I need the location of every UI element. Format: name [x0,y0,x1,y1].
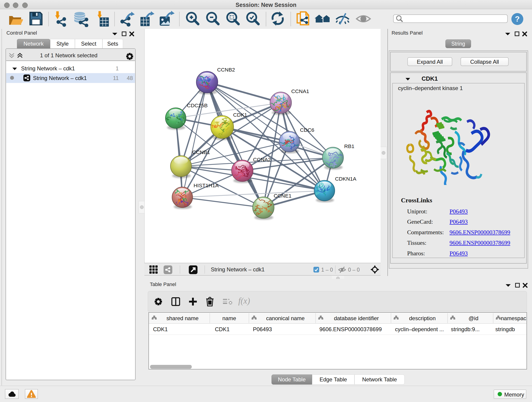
svg-text:CCNB2: CCNB2 [217,67,235,73]
svg-text:CDKN1A: CDKN1A [335,176,356,182]
svg-text:?: ? [515,14,520,23]
svg-text:CCNB1: CCNB1 [192,149,210,155]
svg-text:CDK1: CDK1 [233,112,247,118]
svg-text:CDC25B: CDC25B [187,102,208,108]
svg-text:CCNE1: CCNE1 [273,193,291,199]
svg-text:CCNA2: CCNA2 [253,157,271,162]
svg-text:CCNA1: CCNA1 [291,88,309,94]
svg-text:CDC6: CDC6 [300,127,314,133]
svg-text:RB1: RB1 [344,143,355,149]
svg-text:HIST1H1A: HIST1H1A [194,182,219,188]
